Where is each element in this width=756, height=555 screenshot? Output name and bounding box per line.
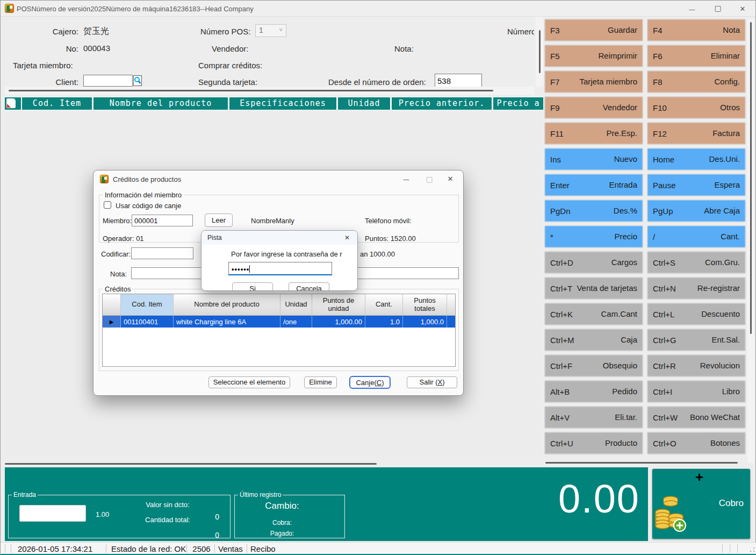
shortcut-F10[interactable]: F10Otros bbox=[647, 96, 746, 119]
col-puntos-totales[interactable]: Puntos totales bbox=[403, 294, 447, 315]
shortcut-PgUp[interactable]: PgUpAbre Caja bbox=[647, 200, 746, 222]
shortcut-PgDn[interactable]: PgDnDes.% bbox=[544, 200, 643, 222]
shortcut-Ctrl+G[interactable]: Ctrl+GEnt.Sal. bbox=[647, 329, 746, 351]
col-precio-actual[interactable]: Precio a bbox=[493, 97, 543, 110]
shortcuts-vscrollbar-thumb[interactable] bbox=[750, 22, 752, 334]
si-button[interactable]: Si bbox=[232, 282, 273, 291]
shortcut-F11[interactable]: F11Pre.Esp. bbox=[544, 122, 643, 145]
header-icon-cell[interactable] bbox=[5, 97, 21, 110]
shortcut-Ctrl+K[interactable]: Ctrl+KCam.Cant bbox=[544, 303, 643, 325]
nombre-label: Nombre bbox=[251, 217, 276, 225]
form-hscrollbar[interactable] bbox=[5, 87, 534, 95]
shortcut-key: F10 bbox=[653, 103, 667, 112]
shortcut-*[interactable]: *Precio bbox=[544, 225, 643, 248]
shortcut-Ctrl+T[interactable]: Ctrl+TVenta de tarjetas bbox=[544, 277, 643, 300]
shortcut-key: F8 bbox=[653, 77, 663, 87]
minimize-button[interactable] bbox=[680, 1, 704, 17]
cobro-button[interactable]: + Cobro bbox=[652, 468, 751, 539]
dialog-maximize-button[interactable] bbox=[419, 171, 440, 187]
col-puntos-unidad[interactable]: Puntos de unidad bbox=[312, 294, 365, 315]
shortcut-Ctrl+I[interactable]: Ctrl+ILibro bbox=[647, 380, 746, 403]
col-cant[interactable]: Cant. bbox=[365, 294, 403, 315]
shortcut-Ctrl+F[interactable]: Ctrl+FObsequio bbox=[544, 354, 643, 377]
pista-close-button[interactable]: ✕ bbox=[339, 231, 355, 245]
client-search-button[interactable] bbox=[133, 75, 142, 86]
cambio-label: Cambio: bbox=[250, 501, 314, 511]
entrada-input[interactable] bbox=[19, 505, 86, 522]
dialog-close-button[interactable] bbox=[440, 171, 461, 187]
shortcut-Ctrl+R[interactable]: Ctrl+RRevolucion bbox=[647, 354, 746, 377]
shortcut-Pause[interactable]: PauseEspera bbox=[647, 174, 746, 196]
leer-button[interactable]: Leer bbox=[205, 214, 233, 227]
shortcut-Alt+B[interactable]: Alt+BPedido bbox=[544, 380, 643, 403]
shortcut-Ctrl+O[interactable]: Ctrl+OBotones bbox=[647, 432, 746, 454]
col-precio-anterior[interactable]: Precio anterior. bbox=[392, 97, 492, 110]
shortcut-F4[interactable]: F4Nota bbox=[647, 19, 746, 41]
client-input[interactable] bbox=[83, 75, 133, 87]
shortcut-F6[interactable]: F6Eliminar bbox=[647, 45, 746, 67]
shortcut-Alt+V[interactable]: Alt+VEli.tar. bbox=[544, 406, 643, 429]
coins-icon bbox=[654, 492, 689, 532]
credits-grid-row[interactable]: ▶ 001100401 white Charging line 6A /one … bbox=[103, 316, 455, 328]
col-nombre-producto[interactable]: Nombre del producto bbox=[93, 97, 228, 110]
shortcut-F3[interactable]: F3Guardar bbox=[544, 19, 643, 41]
form-hscrollbar-thumb[interactable] bbox=[9, 90, 493, 91]
shortcut-label: Guardar bbox=[608, 26, 637, 35]
shortcut-F8[interactable]: F8Config. bbox=[647, 70, 746, 93]
shortcut-key: PgDn bbox=[550, 207, 571, 216]
pagado-label: Pagado: bbox=[250, 530, 314, 537]
shortcut-key: Ctrl+D bbox=[550, 258, 573, 267]
salir-button[interactable]: Salir (X) bbox=[407, 376, 457, 388]
form-vscrollbar-thumb[interactable] bbox=[539, 30, 541, 73]
shortcut-label: Eliminar bbox=[711, 52, 740, 61]
seleccione-button[interactable]: Seleccione el elemento bbox=[208, 376, 290, 388]
shortcut-Ctrl+U[interactable]: Ctrl+UProducto bbox=[544, 432, 643, 454]
numero-label: Número bbox=[507, 27, 534, 36]
shortcut-/[interactable]: /Cant. bbox=[647, 225, 746, 248]
puntos-text: Puntos: 1520.00 bbox=[365, 234, 416, 243]
shortcut-F7[interactable]: F7Tarjeta miembro bbox=[544, 70, 643, 93]
shortcut-Ctrl+N[interactable]: Ctrl+NRe-registrar bbox=[647, 277, 746, 300]
shortcut-Ctrl+L[interactable]: Ctrl+LDescuento bbox=[647, 303, 746, 325]
orden-input[interactable] bbox=[435, 74, 482, 88]
shortcuts-hscrollbar-thumb[interactable] bbox=[545, 462, 738, 464]
shortcut-F5[interactable]: F5Reimprimir bbox=[544, 45, 643, 67]
pos-number-select[interactable]: 1 ˅ bbox=[255, 24, 286, 37]
shortcut-Ctrl+W[interactable]: Ctrl+WBono WeChat bbox=[647, 406, 746, 429]
elimine-button[interactable]: Elimine bbox=[304, 376, 337, 388]
dialog-minimize-button[interactable] bbox=[395, 171, 417, 187]
miembro-input[interactable] bbox=[132, 215, 193, 226]
col-cod-item[interactable]: Cod. Item bbox=[121, 294, 174, 315]
status-separator bbox=[247, 544, 247, 553]
restan-text-fragment: an 1000.00 bbox=[360, 250, 395, 258]
col-nombre[interactable]: Nombre del producto bbox=[174, 294, 280, 315]
col-cod-item[interactable]: Cod. Item bbox=[22, 97, 92, 110]
credits-grid: Cod. Item Nombre del producto Unidad Pun… bbox=[102, 294, 456, 367]
use-code-checkbox[interactable] bbox=[104, 201, 111, 209]
shortcut-key: F5 bbox=[550, 52, 560, 61]
shortcuts-vscrollbar[interactable] bbox=[747, 19, 754, 463]
shortcut-Ins[interactable]: InsNuevo bbox=[544, 148, 643, 170]
password-input[interactable]: •••••• bbox=[228, 262, 332, 275]
main-hscrollbar-thumb[interactable] bbox=[5, 463, 377, 465]
codificar-input[interactable] bbox=[131, 247, 193, 259]
shortcut-Ctrl+M[interactable]: Ctrl+MCaja bbox=[544, 329, 643, 351]
col-unidad[interactable]: Unidad bbox=[338, 97, 390, 110]
shortcut-key: Ctrl+F bbox=[550, 361, 572, 371]
shortcut-F12[interactable]: F12Factura bbox=[647, 122, 746, 145]
shortcut-Ctrl+S[interactable]: Ctrl+SCom.Gru. bbox=[647, 251, 746, 274]
close-button[interactable] bbox=[731, 1, 754, 17]
marker-header-cell[interactable] bbox=[103, 294, 121, 315]
cancela-button[interactable]: Cancela bbox=[289, 282, 329, 291]
resize-grip[interactable] bbox=[750, 547, 755, 552]
col-unidad[interactable]: Unidad bbox=[280, 294, 312, 315]
shortcut-Ctrl+D[interactable]: Ctrl+DCargos bbox=[544, 251, 643, 274]
col-especificaciones[interactable]: Especificaciones bbox=[229, 97, 336, 110]
maximize-button[interactable] bbox=[706, 1, 730, 17]
canje-button[interactable]: Canje(C) bbox=[349, 376, 391, 389]
shortcut-F9[interactable]: F9Vendedor bbox=[544, 96, 643, 119]
shortcut-Home[interactable]: HomeDes.Uni. bbox=[647, 148, 746, 170]
status-separator bbox=[722, 544, 723, 553]
form-vscrollbar[interactable] bbox=[536, 17, 543, 87]
shortcut-Enter[interactable]: EnterEntrada bbox=[544, 174, 643, 196]
